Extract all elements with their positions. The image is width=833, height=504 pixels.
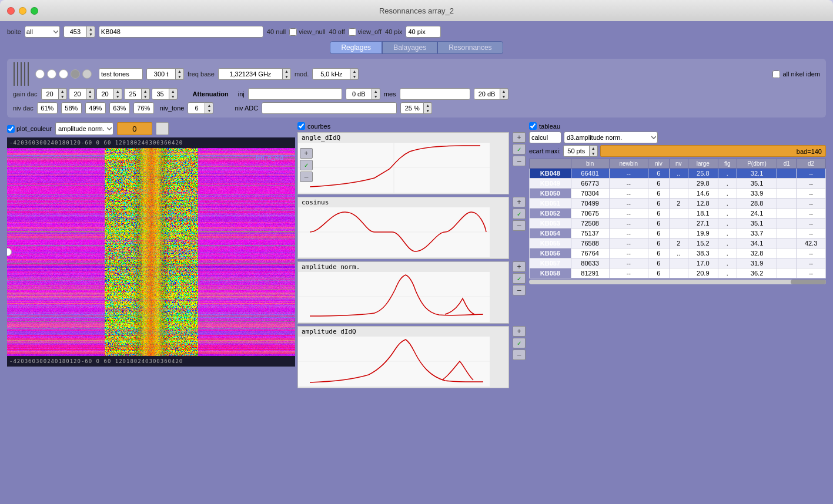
plot-couleur-checkbox[interactable] — [7, 125, 15, 133]
didq-minus[interactable]: – — [513, 350, 526, 360]
close-button[interactable] — [7, 7, 15, 15]
didq-check[interactable]: ✓ — [513, 338, 526, 348]
table-row[interactable]: KB053 72508 -- 6 27.1 . 35.1 -- — [530, 219, 826, 229]
niv-2-input[interactable] — [61, 102, 82, 114]
freq-count-up[interactable]: ▲ — [176, 69, 183, 74]
gain-4-input[interactable] — [124, 88, 142, 100]
courbes-checkbox[interactable] — [297, 122, 305, 130]
view-off-checkbox[interactable] — [349, 28, 356, 36]
gain-2-input[interactable] — [69, 88, 86, 100]
h-scrollbar[interactable] — [529, 280, 826, 284]
niv-tone-input[interactable] — [188, 102, 205, 114]
niv-tone-up[interactable]: ▲ — [205, 103, 213, 108]
angle-minus[interactable]: – — [513, 156, 526, 166]
inj-input[interactable] — [248, 88, 342, 100]
niv-3-input[interactable] — [85, 102, 106, 114]
gain-2-down[interactable]: ▼ — [86, 94, 94, 99]
table-row[interactable]: KB048 66481 -- 6 .. 25.8 . 32.1 -- — [530, 169, 826, 179]
plot-check-1[interactable]: ✓ — [300, 160, 313, 170]
dot-1[interactable] — [35, 69, 45, 79]
mod-up[interactable]: ▲ — [350, 69, 358, 74]
cosinus-minus[interactable]: – — [513, 220, 526, 231]
boite-select[interactable]: all — [25, 26, 60, 38]
gain-1-input[interactable] — [41, 88, 59, 100]
gain-1-down[interactable]: ▼ — [59, 94, 66, 99]
freq-value-input[interactable] — [218, 68, 283, 80]
freq-value-up[interactable]: ▲ — [283, 69, 290, 74]
gain-3-down[interactable]: ▼ — [114, 94, 122, 99]
inj-db-down[interactable]: ▼ — [372, 94, 380, 99]
amplitude-check[interactable]: ✓ — [513, 273, 526, 284]
tab-resonnances[interactable]: Resonnances — [437, 41, 503, 54]
dot-2[interactable] — [47, 69, 56, 79]
mes-db-down[interactable]: ▼ — [500, 94, 508, 99]
niv-adc-pct-up[interactable]: ▲ — [424, 103, 431, 108]
table-row[interactable]: KB057 80633 -- 6 17.0 . 31.9 -- — [530, 258, 826, 268]
niv-4-input[interactable] — [109, 102, 130, 114]
gain-5-input[interactable] — [152, 88, 169, 100]
kb-input[interactable] — [99, 26, 263, 38]
inj-db-input[interactable] — [346, 88, 372, 100]
table-row[interactable]: KB050 70304 -- 6 14.6 . 33.9 -- — [530, 189, 826, 199]
mod-down[interactable]: ▼ — [350, 74, 358, 79]
cosinus-plus[interactable]: + — [513, 197, 526, 207]
freq-count-down[interactable]: ▼ — [176, 74, 183, 79]
gain-5-down[interactable]: ▼ — [169, 94, 177, 99]
amplitude-select[interactable]: amplitude norm. — [55, 122, 113, 135]
gain-2-up[interactable]: ▲ — [86, 89, 94, 94]
mes-input[interactable] — [400, 88, 470, 100]
inj-db-up[interactable]: ▲ — [372, 89, 380, 94]
gain-4-up[interactable]: ▲ — [142, 89, 149, 94]
waterfall-canvas[interactable] — [7, 148, 295, 356]
measure-select[interactable]: d3.amplitude norm. — [564, 132, 658, 143]
calcul-input[interactable] — [529, 132, 561, 143]
cosinus-check[interactable]: ✓ — [513, 209, 526, 219]
freq-value-down[interactable]: ▼ — [283, 74, 290, 79]
amplitude-plus[interactable]: + — [513, 261, 526, 272]
color-square[interactable] — [156, 122, 169, 135]
tab-reglages[interactable]: Reglages — [330, 41, 382, 54]
table-row[interactable]: KB058 81291 -- 6 20.9 . 36.2 -- — [530, 268, 826, 278]
dot-3[interactable] — [59, 69, 68, 79]
nikel-checkbox[interactable] — [772, 70, 780, 78]
maximize-button[interactable] — [31, 7, 38, 15]
pix-input[interactable] — [406, 26, 441, 38]
niv-5-input[interactable] — [133, 102, 154, 114]
h-scrollbar-thumb[interactable] — [791, 280, 826, 284]
gain-3-up[interactable]: ▲ — [114, 89, 122, 94]
table-row[interactable]: KB056 76764 -- 6 .. 38.3 . 32.8 -- — [530, 248, 826, 258]
niv-adc-pct-down[interactable]: ▼ — [424, 108, 431, 113]
freq-count-input[interactable] — [146, 68, 176, 80]
table-row[interactable]: KB049 66773 -- 6 29.8 . 35.1 -- — [530, 179, 826, 189]
table-scrollable[interactable]: bin newbin niv nv large flg P(dbm) d1 d2 — [529, 159, 826, 278]
table-row[interactable]: KB055 76588 -- 6 2 15.2 . 34.1 42.3 — [530, 238, 826, 248]
amplitude-minus[interactable]: – — [513, 285, 526, 295]
number-input[interactable] — [63, 26, 87, 38]
niv-tone-down[interactable]: ▼ — [205, 108, 213, 113]
angle-check[interactable]: ✓ — [513, 144, 526, 154]
view-null-checkbox[interactable] — [289, 28, 297, 36]
pts-input[interactable] — [563, 145, 590, 157]
mes-db-up[interactable]: ▲ — [500, 89, 508, 94]
niv-adc-input[interactable] — [262, 102, 397, 114]
minimize-button[interactable] — [19, 7, 26, 15]
dot-5[interactable] — [82, 69, 92, 79]
niv-adc-pct-input[interactable] — [400, 102, 424, 114]
table-row[interactable]: KB051 70499 -- 6 2 12.8 . 28.8 -- — [530, 199, 826, 209]
plot-minus-1[interactable]: – — [300, 172, 313, 182]
number-down[interactable]: ▼ — [87, 32, 95, 37]
didq-plus[interactable]: + — [513, 326, 526, 337]
mes-db-input[interactable] — [474, 88, 500, 100]
table-row[interactable]: KB052 70675 -- 6 18.1 . 24.1 -- — [530, 209, 826, 219]
gain-5-up[interactable]: ▲ — [169, 89, 177, 94]
angle-plus[interactable]: + — [513, 132, 526, 143]
gain-4-down[interactable]: ▼ — [142, 94, 149, 99]
pts-down[interactable]: ▼ — [590, 151, 597, 156]
plot-plus-1[interactable]: + — [300, 148, 313, 159]
dot-4[interactable] — [71, 69, 80, 79]
mod-input[interactable] — [312, 68, 350, 80]
gain-1-up[interactable]: ▲ — [59, 89, 66, 94]
test-tones-input[interactable] — [99, 68, 143, 80]
table-row[interactable]: KB054 75137 -- 6 19.9 . 33.7 -- — [530, 229, 826, 238]
gain-3-input[interactable] — [96, 88, 114, 100]
